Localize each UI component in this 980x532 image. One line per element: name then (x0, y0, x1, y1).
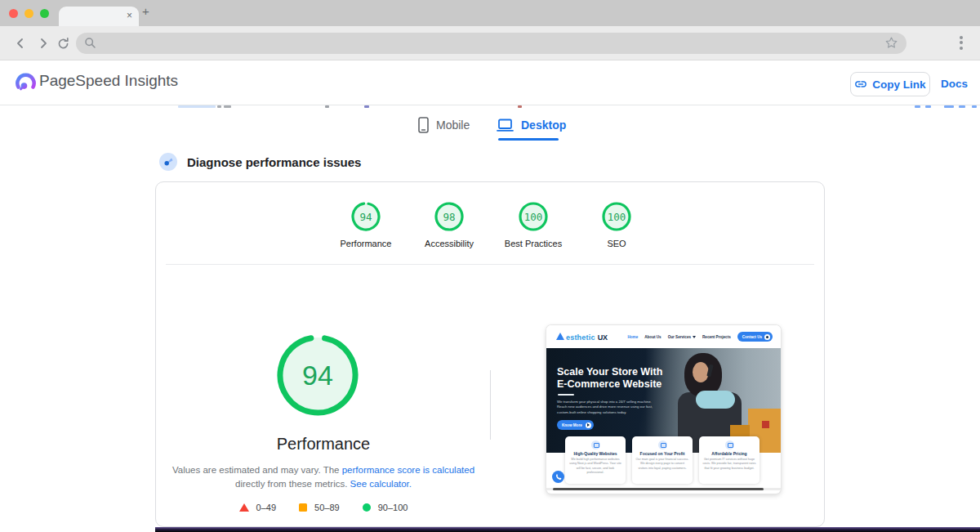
performance-gauge-value: 94 (274, 332, 361, 418)
browser-menu-icon[interactable] (957, 34, 965, 53)
score-gauge-best-practices[interactable]: 100 Best Practices (492, 201, 574, 248)
preview-contact-label: Contact Us (742, 335, 762, 339)
preview-feature-card: High-Quality Websites We build high perf… (565, 436, 626, 484)
forward-icon[interactable] (37, 37, 50, 50)
bookmark-star-icon[interactable] (884, 36, 898, 50)
close-window-button[interactable] (9, 9, 18, 18)
score-value: 100 (601, 201, 632, 232)
address-bar[interactable] (76, 33, 906, 54)
headline-line2: E-Commerce Website (557, 378, 662, 391)
legend-label: 90–100 (378, 503, 408, 512)
legend-item-mid: 50–89 (299, 503, 340, 512)
score-value: 94 (350, 201, 381, 232)
legend-square-icon (299, 503, 307, 512)
tab-desktop-label: Desktop (521, 118, 566, 132)
note-text: Values are estimated and may vary. The (172, 465, 342, 475)
feature-card-text: We build high performance websites using… (568, 458, 622, 475)
active-tab-underline (498, 138, 559, 141)
score-label: SEO (576, 239, 657, 248)
feature-card-text: Get premium IT services without huge cos… (702, 458, 756, 471)
browser-window: × + (0, 0, 980, 532)
feature-card-title: High-Quality Websites (568, 451, 622, 456)
pagespeed-logo-icon (15, 72, 37, 94)
section-title: Diagnose performance issues (187, 155, 361, 169)
copy-link-button[interactable]: Copy Link (850, 72, 930, 96)
performance-gauge-title: Performance (156, 435, 491, 454)
phone-icon (555, 474, 562, 481)
new-tab-button[interactable]: + (142, 4, 149, 18)
caret-down-icon (693, 336, 696, 338)
tab-mobile[interactable]: Mobile (418, 114, 470, 136)
preview-feature-card: Focused on Your Profit Our main goal is … (632, 436, 693, 484)
arrow-circle-icon (586, 422, 591, 428)
score-gauge-performance[interactable]: 94 Performance (325, 201, 407, 248)
diagnose-gauge-icon (159, 153, 177, 171)
arrow-circle-icon (764, 334, 770, 340)
brand-suffix: UX (598, 333, 608, 342)
score-gauge-accessibility[interactable]: 98 Accessibility (408, 201, 490, 248)
score-label: Accessibility (408, 239, 490, 248)
legend-item-low: 0–49 (239, 503, 276, 512)
mobile-phone-icon (418, 117, 429, 133)
performance-score-link[interactable]: performance score is calculated (342, 465, 474, 475)
websites-icon (591, 440, 600, 449)
know-more-label: Know More (562, 423, 582, 427)
pricing-icon (725, 440, 734, 449)
preview-nav-home: Home (627, 335, 638, 339)
score-value: 98 (434, 201, 465, 232)
score-value: 100 (518, 201, 549, 232)
preview-brand-logo: esthetic UX (555, 333, 608, 342)
preview-headline: Scale Your Store With E-Commerce Website (557, 366, 662, 391)
preview-know-more-button: Know More (557, 420, 594, 430)
browser-tab[interactable]: × (59, 7, 139, 26)
preview-nav-links: Home About Us Our Services Recent Projec… (627, 332, 773, 342)
docs-link[interactable]: Docs (941, 78, 968, 90)
site-preview-screenshot[interactable]: esthetic UX Home About Us Our Services R… (546, 325, 781, 494)
back-icon[interactable] (14, 37, 27, 50)
column-divider (490, 370, 491, 440)
report-card: 94 Performance 98 Accessibility 100 (155, 181, 825, 527)
tab-mobile-label: Mobile (436, 118, 470, 132)
maximize-window-button[interactable] (40, 9, 49, 18)
score-label: Best Practices (492, 239, 574, 248)
preview-phone-fab (552, 471, 564, 483)
legend-circle-icon (363, 503, 371, 512)
preview-feature-card: Affordable Pricing Get premium IT servic… (699, 436, 760, 484)
feature-card-text: Our main goal is your financial success.… (635, 458, 689, 471)
divider (166, 264, 814, 265)
minimize-window-button[interactable] (24, 9, 33, 18)
feature-card-title: Focused on Your Profit (635, 451, 689, 456)
score-gauge-seo[interactable]: 100 SEO (576, 201, 657, 248)
preview-nav-services-label: Our Services (668, 335, 691, 339)
brand-word: esthetic (566, 333, 595, 342)
preview-hero-copy: We transform your physical shop into a 2… (557, 400, 657, 415)
page-title: PageSpeed Insights (39, 72, 178, 90)
preview-nav-services: Our Services (668, 335, 696, 339)
legend-triangle-icon (239, 503, 249, 512)
headline-underline (558, 394, 574, 396)
copy-link-label: Copy Link (872, 78, 925, 91)
brand-triangle-icon (556, 333, 564, 340)
reload-icon[interactable] (56, 37, 70, 51)
app-header: PageSpeed Insights Copy Link Docs (0, 60, 980, 105)
legend-item-high: 90–100 (363, 503, 408, 512)
browser-tab-strip: × + (0, 0, 980, 26)
score-legend: 0–49 50–89 90–100 (156, 503, 491, 512)
score-note: Values are estimated and may vary. The p… (168, 463, 479, 491)
section-header: Diagnose performance issues (159, 152, 361, 172)
preview-contact-button: Contact Us (737, 332, 773, 342)
see-calculator-link[interactable]: See calculator. (350, 479, 412, 489)
search-icon (84, 37, 96, 49)
next-section-edge (155, 527, 980, 532)
note-text: directly from these metrics. (235, 479, 350, 489)
link-icon (854, 78, 867, 91)
preview-nav-projects: Recent Projects (702, 335, 731, 339)
legend-label: 0–49 (256, 503, 276, 512)
preview-scrollbar-thumb[interactable] (553, 488, 764, 490)
profit-icon (658, 440, 667, 449)
close-tab-icon[interactable]: × (127, 10, 132, 21)
tab-desktop[interactable]: Desktop (497, 114, 566, 136)
browser-toolbar (0, 26, 980, 60)
feature-card-title: Affordable Pricing (702, 451, 756, 456)
preview-nav-about: About Us (644, 335, 661, 339)
